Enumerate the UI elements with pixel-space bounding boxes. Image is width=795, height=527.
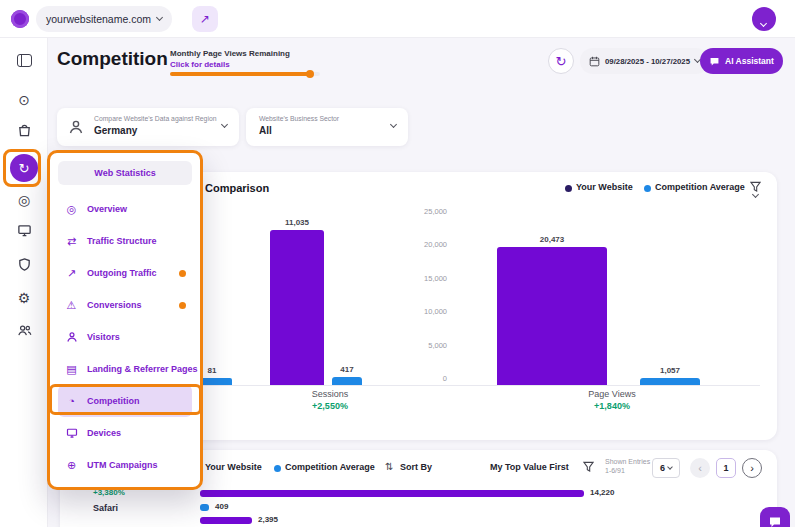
chat-bubble-icon: [768, 515, 782, 527]
menu-item-competition[interactable]: ◔ Competition: [58, 385, 192, 417]
y-tick: 5,000: [407, 341, 447, 350]
settings-nav-icon[interactable]: ⚙: [0, 290, 48, 306]
external-link-icon: ↗: [200, 12, 210, 26]
website-selector-value: yourwebsitename.com: [46, 13, 151, 25]
prev-page-button[interactable]: ‹: [690, 458, 710, 478]
website-selector[interactable]: yourwebsitename.com: [36, 6, 172, 32]
chart-title: Comparison: [205, 182, 269, 194]
menu-item-outgoing-traffic[interactable]: ↗ Outgoing Traffic: [58, 257, 192, 289]
current-page[interactable]: 1: [716, 458, 736, 478]
bar-value-label: 11,035: [270, 218, 324, 227]
web-statistics-nav-icon[interactable]: ↻: [10, 154, 38, 182]
menu-item-traffic-structure[interactable]: ⇄ Traffic Structure: [58, 225, 192, 257]
legend-competition-dot: [644, 185, 651, 192]
entries-label: Shown Entries: [605, 458, 650, 465]
refresh-icon: ↻: [556, 54, 567, 69]
menu-item-devices[interactable]: Devices: [58, 417, 192, 449]
x-axis-line: [195, 385, 760, 386]
collapse-sidebar-icon[interactable]: [0, 54, 48, 70]
prev-icon: ‹: [698, 462, 702, 474]
app-root: yourwebsitename.com ↗ ⊙ ↻ ◎ ⚙: [0, 0, 795, 527]
legend-your-website-label: Your Website: [576, 182, 633, 192]
group-label-sessions: Sessions: [270, 389, 390, 399]
shop-icon[interactable]: [0, 123, 48, 138]
notification-dot: [179, 302, 186, 309]
ai-assistant-label: AI Assistant: [725, 56, 774, 66]
page-size-value: 6: [660, 463, 665, 473]
bar-value-label: 20,473: [497, 235, 607, 244]
sort-icon: ⇅: [385, 461, 393, 472]
app-logo-icon: [11, 10, 29, 28]
y-tick: 15,000: [407, 274, 447, 283]
dashboard-icon[interactable]: ⊙: [0, 92, 48, 108]
open-website-button[interactable]: ↗: [192, 6, 218, 32]
quota-progress-track: [170, 72, 320, 76]
bar-value-label: 1,057: [640, 366, 700, 375]
menu-item-landing-referrer-pages[interactable]: ▤ Landing & Referrer Pages: [58, 353, 192, 385]
bar-value-label: 417: [332, 365, 362, 374]
competition-bar-pageviews: [640, 378, 700, 385]
page-title: Competition: [57, 48, 168, 70]
ai-assistant-button[interactable]: AI Assistant: [700, 48, 783, 74]
chevron-down-icon: [390, 121, 397, 128]
row-your-website-bar: [200, 517, 252, 524]
screens-nav-icon[interactable]: [0, 223, 48, 238]
group-change-pageviews: +1,840%: [497, 401, 727, 411]
utm-campaigns-icon: ⊕: [64, 460, 79, 471]
table-filter-icon[interactable]: [583, 461, 594, 472]
competition-bar-sessions: [332, 377, 362, 385]
menu-item-visitors[interactable]: Visitors: [58, 321, 192, 353]
legend-competition-label: Competition Average: [655, 182, 745, 192]
visitors-icon: [64, 331, 79, 343]
shield-nav-icon[interactable]: [0, 257, 48, 272]
calendar-icon: [589, 56, 600, 67]
menu-item-utm-campaigns[interactable]: ⊕ UTM Campaigns: [58, 449, 192, 481]
target-nav-icon[interactable]: ◎: [0, 192, 48, 208]
menu-header: Web Statistics: [58, 161, 192, 185]
menu-item-conversions[interactable]: ⚠ Conversions: [58, 289, 192, 321]
overview-icon: ◎: [64, 204, 79, 215]
sector-filter[interactable]: Website's Business Sector All: [246, 108, 408, 146]
y-tick: 20,000: [407, 240, 447, 249]
entries-value: 1-6/91: [605, 467, 625, 474]
region-filter-label: Compare Website's Data against Region: [94, 115, 216, 122]
table-legend-competition-dot: [274, 465, 281, 472]
row-competition-value: 409: [215, 502, 228, 511]
y-tick: 0: [407, 374, 447, 383]
page-size-select[interactable]: 6: [652, 458, 680, 478]
quota-title: Monthly Page Views Remaining: [170, 49, 290, 58]
sort-value[interactable]: My Top Value First: [490, 462, 569, 472]
chart-filter-chevron-icon[interactable]: [752, 191, 759, 198]
region-filter[interactable]: Compare Website's Data against Region Ge…: [57, 108, 239, 146]
chat-fab[interactable]: [760, 507, 790, 527]
next-icon: ›: [750, 462, 754, 474]
quota-progress-fill: [170, 72, 310, 76]
group-change-sessions: +2,550%: [270, 401, 390, 411]
stats-swirl-icon: ↻: [19, 161, 30, 176]
chevron-down-icon: [221, 121, 228, 128]
chevron-down-icon: [156, 14, 163, 21]
date-range-picker[interactable]: 09/28/2025 - 10/27/2025: [580, 48, 709, 74]
row-competition-bar: [200, 504, 209, 511]
table-legend-your-label: Your Website: [205, 462, 262, 472]
sidebar-rail: [0, 38, 48, 527]
next-page-button[interactable]: ›: [742, 458, 762, 478]
y-tick: 10,000: [407, 307, 447, 316]
sort-by-label[interactable]: Sort By: [400, 462, 432, 472]
person-gear-icon: [68, 119, 84, 135]
row-name: Safari: [93, 503, 118, 513]
row-your-value: 14,220: [590, 488, 614, 497]
avatar[interactable]: [752, 7, 776, 31]
sector-filter-value: All: [259, 125, 272, 136]
quota-details-link[interactable]: Click for details: [170, 60, 230, 69]
menu-item-overview[interactable]: ◎ Overview: [58, 193, 192, 225]
users-nav-icon[interactable]: [0, 323, 48, 338]
row-your-value: 2,395: [258, 515, 278, 524]
y-tick: 25,000: [407, 207, 447, 216]
legend-your-website-dot: [565, 185, 572, 192]
outgoing-traffic-icon: ↗: [64, 268, 79, 279]
refresh-button[interactable]: ↻: [548, 48, 574, 74]
row-your-website-bar: [200, 490, 584, 497]
date-range-value: 09/28/2025 - 10/27/2025: [605, 57, 690, 66]
your-website-bar-pageviews: [497, 247, 607, 385]
